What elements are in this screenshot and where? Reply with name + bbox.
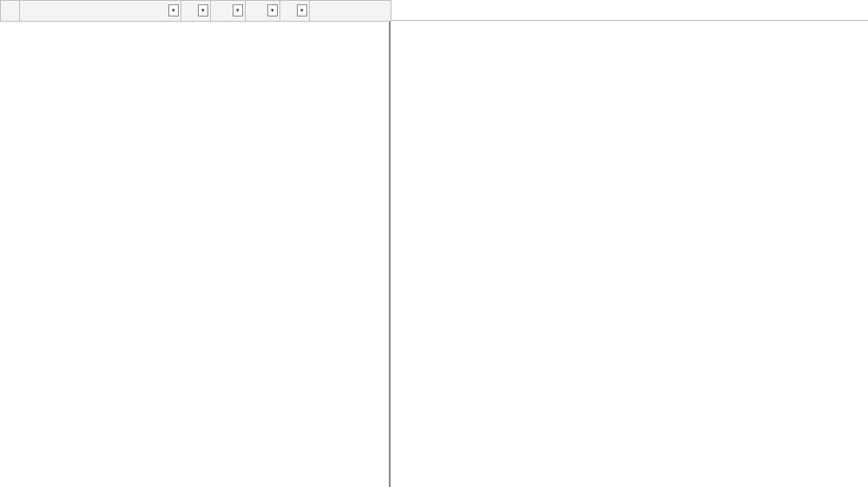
col-finish[interactable]: ▾: [246, 1, 280, 22]
dropdown-icon[interactable]: ▾: [267, 4, 278, 16]
dropdown-icon[interactable]: ▾: [233, 4, 243, 16]
timeline-header: [391, 0, 868, 21]
dropdown-icon[interactable]: ▾: [168, 4, 179, 16]
col-pred[interactable]: ▾: [280, 1, 310, 22]
col-task[interactable]: ▾: [20, 1, 181, 22]
task-table: ▾ ▾ ▾ ▾ ▾: [0, 0, 391, 487]
dropdown-icon[interactable]: ▾: [198, 4, 208, 16]
col-res[interactable]: [310, 1, 391, 22]
col-dur[interactable]: ▾: [181, 1, 211, 22]
col-index[interactable]: [1, 1, 20, 22]
gantt-chart: [391, 0, 868, 487]
col-start[interactable]: ▾: [211, 1, 246, 22]
task-grid[interactable]: ▾ ▾ ▾ ▾ ▾: [0, 0, 391, 22]
dropdown-icon[interactable]: ▾: [297, 4, 307, 16]
